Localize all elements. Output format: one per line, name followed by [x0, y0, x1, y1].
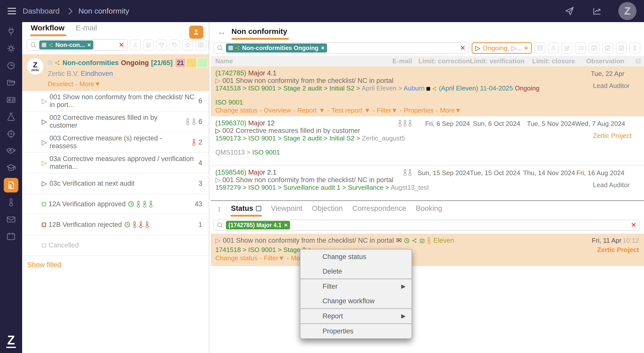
- workflow-step-03c[interactable]: ▷ 03c Verification at next audit 3: [22, 173, 209, 194]
- tab-booking[interactable]: Booking: [416, 204, 442, 217]
- filter-link[interactable]: Filter▼: [264, 254, 285, 262]
- change-status-link[interactable]: Change status: [215, 254, 258, 262]
- detail-search-input[interactable]: (1742785) Major 4.1 × ✕: [213, 220, 640, 231]
- company-city[interactable]: Eindhoven: [81, 70, 113, 77]
- more-link[interactable]: More▼: [440, 107, 461, 114]
- tab-status[interactable]: Status: [231, 204, 261, 217]
- calendar-edit-button[interactable]: [589, 42, 600, 54]
- workflow-step-03a[interactable]: ▷ 03a Corrective measures approved / ver…: [22, 153, 209, 173]
- workflow-title[interactable]: Non-conformities: [62, 59, 119, 67]
- chip-close-icon[interactable]: ×: [87, 41, 91, 48]
- workflow-step-12b[interactable]: 12B Verification rejected 1: [22, 215, 209, 235]
- table-row[interactable]: (1742785) Major 4.1 ▷ 001 Show non confo…: [211, 66, 644, 116]
- share-icon[interactable]: [412, 238, 417, 243]
- workflow-filter-chip[interactable]: Non-con... ×: [39, 40, 93, 49]
- tab-viewpoint[interactable]: Viewpoint: [271, 204, 302, 217]
- settings-gear-icon[interactable]: [4, 41, 18, 56]
- tab-objection[interactable]: Objection: [312, 204, 343, 217]
- workflow-search-input[interactable]: Non-con... × ✕: [27, 39, 128, 51]
- clear-search-icon[interactable]: ✕: [631, 221, 636, 229]
- nc-audit-link[interactable]: (April Eleven) 11-04-2025: [439, 84, 513, 92]
- status-project-link[interactable]: Zertic Project: [571, 246, 639, 254]
- graduation-cap-icon[interactable]: [4, 161, 18, 175]
- status-path[interactable]: 1741518 > ISO 9001 > Stage 2 a: [215, 246, 311, 254]
- nc-search-input[interactable]: Non-conformities Ongoing × ✕: [213, 42, 469, 54]
- breadcrumb-dashboard[interactable]: Dashboard: [23, 7, 60, 15]
- status-row[interactable]: ▷ 001 Show non conformity from the check…: [211, 234, 644, 266]
- folder-open-icon[interactable]: [4, 75, 18, 90]
- col-limit-correction[interactable]: Limit: correction: [412, 57, 470, 65]
- col-limit-closure[interactable]: Limit: closure: [520, 57, 575, 65]
- workflow-step-cancelled[interactable]: Cancelled: [22, 235, 209, 256]
- thermometer-icon[interactable]: [4, 195, 18, 210]
- star-button[interactable]: [182, 39, 193, 51]
- nc-iso[interactable]: ISO 9001: [215, 98, 389, 106]
- table-row[interactable]: (1598546) Major 2.1 ▷ 001 Show non confo…: [211, 166, 644, 200]
- archive-button[interactable]: [195, 39, 206, 51]
- trophy-button[interactable]: [156, 39, 167, 51]
- nc-filter-chip[interactable]: Non-conformities Ongoing ×: [226, 43, 327, 53]
- col-observation[interactable]: Observation: [575, 57, 624, 65]
- target-icon[interactable]: [4, 127, 18, 141]
- envelope-icon[interactable]: [4, 212, 18, 227]
- clear-search-icon[interactable]: ✕: [118, 41, 124, 49]
- chip-close-icon[interactable]: ×: [284, 222, 288, 229]
- status-filter-chip[interactable]: ▷ Ongoing, ▷... ×: [472, 42, 532, 54]
- sort-button[interactable]: [629, 42, 640, 54]
- tab-checkbox-icon[interactable]: [256, 206, 261, 211]
- layers-button[interactable]: [143, 39, 154, 51]
- assignee-name[interactable]: Eleven: [433, 237, 454, 244]
- calendar-edit-button[interactable]: [616, 42, 627, 54]
- add-panel-button[interactable]: [534, 42, 545, 54]
- nc-iso[interactable]: ISO 9001: [252, 148, 280, 156]
- nc-path[interactable]: 1597279 > ISO 9001 > Surveillance audit …: [215, 184, 389, 191]
- menu-item-change-status[interactable]: Change status: [300, 249, 412, 264]
- chip-close-icon[interactable]: ×: [524, 44, 528, 52]
- add-person-button[interactable]: [189, 26, 203, 39]
- tab-email[interactable]: E-mail: [75, 24, 97, 36]
- col-email[interactable]: E-mail: [389, 57, 412, 65]
- analytics-icon[interactable]: [592, 6, 603, 17]
- calendar-check-icon[interactable]: [419, 238, 425, 243]
- edit-button[interactable]: [561, 42, 573, 54]
- history-clock-icon[interactable]: [4, 58, 18, 73]
- user-avatar[interactable]: Z: [618, 2, 636, 20]
- detail-filter-chip[interactable]: (1742785) Major 4.1 ×: [226, 221, 290, 229]
- contact-card-icon[interactable]: [4, 92, 18, 107]
- handshake-icon[interactable]: [4, 144, 18, 158]
- menu-item-delete[interactable]: Delete: [300, 264, 412, 279]
- person-filter-button[interactable]: [130, 39, 141, 51]
- workflow-step-002[interactable]: ▷ 002 Corrective measures filled in by c…: [22, 112, 209, 132]
- lab-flask-icon[interactable]: [4, 110, 18, 124]
- menu-item-filter[interactable]: Filter▶: [300, 279, 412, 294]
- report-link[interactable]: Report ▼: [297, 107, 325, 114]
- hamburger-menu-icon[interactable]: [8, 8, 16, 14]
- change-status-link[interactable]: Change status: [215, 107, 258, 114]
- observation-label[interactable]: Zertic Project: [593, 132, 624, 140]
- clear-search-icon[interactable]: ✕: [460, 44, 466, 52]
- envelope-icon[interactable]: ✉: [396, 237, 402, 244]
- calendar-edit-button[interactable]: [602, 42, 613, 54]
- tag-button[interactable]: [169, 39, 180, 51]
- show-filled-link[interactable]: Show filled: [22, 256, 209, 269]
- workflow-step-12a[interactable]: 12A Verification approved 43: [22, 194, 209, 215]
- workflow-selected-item[interactable]: Z zertic Non-conformities Ongoing [21/65…: [22, 54, 209, 91]
- nc-path-link[interactable]: Auburn: [404, 84, 425, 92]
- col-limit-verification[interactable]: Limit: verification: [470, 57, 520, 65]
- nc-path[interactable]: 1741518 > ISO 9001 > Stage 2 audit > Ini…: [215, 84, 360, 92]
- certificate-document-icon[interactable]: [4, 178, 18, 192]
- col-name[interactable]: Name: [215, 57, 389, 65]
- menu-item-report[interactable]: Report▶: [300, 309, 412, 323]
- nc-path[interactable]: 1590173 > ISO 9001 > Stage 2 audit > Ini…: [215, 134, 360, 142]
- calendar-icon[interactable]: [4, 229, 18, 244]
- item-checkbox-icon[interactable]: [48, 61, 52, 65]
- chip-close-icon[interactable]: ×: [321, 44, 325, 52]
- add-column-icon[interactable]: [624, 58, 641, 64]
- tab-correspondence[interactable]: Correspondence: [352, 204, 406, 217]
- clock-icon[interactable]: [404, 238, 410, 243]
- test-report-link[interactable]: Test report ▼: [331, 107, 371, 114]
- menu-item-properties[interactable]: Properties: [300, 324, 412, 338]
- plug-icon[interactable]: [4, 24, 18, 39]
- resize-vertical-icon[interactable]: ↕: [217, 204, 221, 217]
- deselect-link[interactable]: Deselect: [48, 80, 73, 88]
